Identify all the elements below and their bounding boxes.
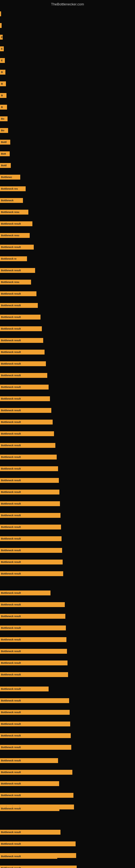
bar-label: Bottleneck result xyxy=(1,661,21,664)
bar-item: Bottleneck result xyxy=(0,637,69,642)
bar-item: Bottleneck result xyxy=(0,245,37,250)
bar-label: Bottleneck result xyxy=(1,421,21,424)
bar-item: B xyxy=(0,70,8,74)
bar-item: Bottleneck result xyxy=(0,660,70,665)
bar-label: Bottleneck result xyxy=(1,746,21,749)
bar-label: Bottleneck result xyxy=(1,526,21,528)
bar-label: Bottleneck result xyxy=(1,397,21,400)
bar-item: Bottleneck result xyxy=(0,590,53,595)
bar-item: Bottleneck result xyxy=(0,221,35,226)
bar-label: Bottleneck result xyxy=(1,603,21,606)
bar-item: Bottleneck result xyxy=(0,733,74,738)
bar-item: Bottleneck result xyxy=(0,384,51,390)
bar-label: Bottleneck result xyxy=(1,794,21,797)
bar-item: Bottleneck result xyxy=(0,560,65,564)
bar-label: Bottleneck result xyxy=(1,711,21,714)
bar-label: Bottleneck result xyxy=(1,759,21,762)
bar-item: Bottleneck result xyxy=(0,408,54,413)
bar-label: Bottleneck result xyxy=(1,831,21,834)
bar-label: Bottleneck result xyxy=(1,673,21,676)
bar-item xyxy=(0,11,4,16)
bar-item: Bottleneck result xyxy=(0,490,62,495)
bar-label: Bottleneck result xyxy=(1,627,21,629)
bar-item: Bottleneck result xyxy=(0,571,66,576)
bar-item: Bo xyxy=(0,128,11,133)
bar-label: Bottleneck result xyxy=(1,549,21,552)
bar-label: Bottleneck result xyxy=(1,269,21,272)
bar-label: Bottleneck result xyxy=(1,782,21,785)
bar-item: Bottleneck result xyxy=(0,745,74,750)
bar-label: Bottleneck result xyxy=(1,638,21,641)
bar-item: Bottleneck result xyxy=(0,698,72,703)
bar-label: Bottleneck result xyxy=(1,699,21,702)
bar-label: Bottleneck result xyxy=(1,572,21,575)
bar-item: Bo xyxy=(0,116,10,121)
bar-label: Bottleneck result xyxy=(1,316,21,318)
bar-label: E xyxy=(1,59,3,62)
bar-item: Bottleneck result xyxy=(0,841,78,846)
bar-label: B xyxy=(1,106,3,108)
bar-item: Bottl xyxy=(0,140,13,145)
bar-item: Bottleneck result xyxy=(0,866,79,868)
bar-label: Bottleneck result xyxy=(1,592,21,594)
bar-label: Bottleneck result xyxy=(1,723,21,725)
bar-item: Bottleneck result xyxy=(0,781,62,786)
bar-label: Bottleneck result xyxy=(1,650,21,653)
bar-item: Bottleneck result xyxy=(0,614,68,619)
bar-item: Bottleneck result xyxy=(0,770,75,775)
bar-item: Bottleneck result xyxy=(0,431,57,436)
bar-label: Bottleneck resu xyxy=(1,281,19,283)
bar-label: B xyxy=(1,94,3,97)
bar-label: B xyxy=(1,83,3,85)
bar-label: Bottleneck result xyxy=(1,222,21,225)
bar-item: Bottleneck result xyxy=(0,338,46,343)
bar-label: Bottleneck result xyxy=(1,807,21,810)
bar-item: Bottleneck result xyxy=(0,303,41,308)
bar-item: Bottleneck result xyxy=(0,315,43,319)
bar-item: Bottleneck result xyxy=(0,548,65,553)
bar-item: Bottleneck result xyxy=(0,361,49,366)
bar-label: Bottleneck result xyxy=(1,362,21,365)
bar-label: Bottleneck result xyxy=(1,432,21,435)
bar-item: Bottleneck result xyxy=(0,501,63,506)
bar-label: Bottleneck result xyxy=(1,409,21,412)
bar-label: Bottleneck result xyxy=(1,855,21,858)
bar-label: Bottleneck result xyxy=(1,615,21,618)
bar-label: Bottleneck result xyxy=(1,328,21,330)
bar-item: E xyxy=(0,58,8,63)
bar-label: Bottleneck result xyxy=(1,771,21,774)
bar-item: B xyxy=(0,82,9,86)
bar-item: Bottleneck resu xyxy=(0,233,32,238)
bar-label: Bottleneck result xyxy=(1,444,21,447)
bar-label: Bottleneck result xyxy=(1,467,21,470)
bar-item: Bottleneck resu xyxy=(0,210,31,215)
bar-label: Bottleneck result xyxy=(1,514,21,517)
bar-item: Bottleneck result xyxy=(0,373,50,378)
bar-item: Bottleneck result xyxy=(0,602,68,607)
bar-label: Bottleneck re xyxy=(1,257,16,260)
bar-item: Bottleneck result xyxy=(0,350,47,354)
bar-label: Bottleneck result xyxy=(1,688,21,690)
bar-label: Bottleneck result xyxy=(1,842,21,845)
bar-item: Bottleneck result xyxy=(0,396,53,401)
bar-item xyxy=(0,23,4,28)
bar-item: Bottleneck result xyxy=(0,525,64,529)
bar-item: Bottleneck result xyxy=(0,649,70,654)
bar-label: Bottleneck result xyxy=(1,351,21,353)
bar-label: Bottleneck xyxy=(1,199,13,202)
bar-item: Bottleneck result xyxy=(0,686,51,691)
bar-label: Bottl xyxy=(1,164,7,167)
bar-label: Bottlenec xyxy=(1,176,12,179)
bar-label: Bottleneck result xyxy=(1,491,21,493)
bar-item: Bottlenec xyxy=(0,175,23,180)
bar-item: Bottleneck result xyxy=(0,806,62,811)
bar-item: Bottleneck result xyxy=(0,721,73,726)
bar-label: Bottleneck result xyxy=(1,456,21,458)
bar-label: Bo xyxy=(1,118,4,120)
bar-label: Bottl xyxy=(1,141,7,144)
bar-label: Bottleneck resu xyxy=(1,211,19,214)
bar-item: Bottleneck result xyxy=(0,478,61,483)
bar-label: Bottleneck result xyxy=(1,246,21,248)
bar-item: Bottleneck result xyxy=(0,854,60,859)
bar-item: Bott xyxy=(0,151,12,156)
